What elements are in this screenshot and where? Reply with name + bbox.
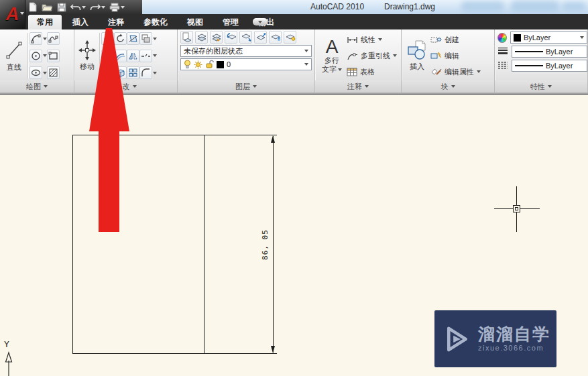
mtext-button[interactable]: A 多行 文字: [317, 31, 347, 80]
multileader-button[interactable]: 多重引线: [347, 48, 397, 63]
layer-properties-icon[interactable]: [180, 31, 193, 44]
copy-dropdown-icon[interactable]: [153, 38, 157, 40]
mtext-label-2: 文字: [322, 66, 337, 73]
lineweight-sample: [515, 51, 543, 52]
undo-dropdown-icon[interactable]: [82, 6, 86, 9]
linear-dropdown-icon[interactable]: [378, 38, 382, 41]
break-icon[interactable]: [139, 50, 152, 62]
layer-state-dropdown[interactable]: 未保存的图层状态: [180, 45, 312, 57]
rotate-icon[interactable]: [114, 32, 127, 45]
panel-annotate: A 多行 文字 线性 多重引线: [315, 29, 402, 92]
linetype-sample: [515, 65, 543, 66]
circle-icon[interactable]: [30, 50, 42, 62]
panel-expand-icon: [451, 85, 455, 88]
tab-parametric[interactable]: 参数化: [135, 15, 176, 29]
autocad-logo-icon: A: [6, 5, 19, 23]
drawn-rectangle[interactable]: [72, 135, 204, 354]
stretch-icon[interactable]: [101, 66, 114, 79]
ribbon-minimize-button[interactable]: [253, 18, 268, 25]
layer-off-icon[interactable]: [284, 31, 296, 44]
extrude-icon[interactable]: [114, 66, 127, 79]
layer-stack-icon[interactable]: [195, 31, 208, 44]
layer-name: 0: [227, 60, 231, 68]
redo-icon[interactable]: [90, 3, 105, 11]
panel-expand-icon: [548, 85, 552, 88]
layer-isolate-icon[interactable]: [239, 31, 252, 44]
layer-set-current-icon[interactable]: [210, 31, 223, 44]
dimension-extension-line-top: [204, 135, 277, 135]
redo-dropdown-icon[interactable]: [101, 6, 105, 9]
move-button[interactable]: 移动: [76, 31, 98, 80]
ellipse-icon[interactable]: [30, 66, 42, 79]
watermark-badge: 溜溜自学 zixue.3066.com: [434, 310, 556, 367]
array-icon[interactable]: [127, 66, 139, 79]
infocenter-blur: [511, 1, 559, 12]
tab-manage[interactable]: 管理: [214, 15, 247, 29]
edit-attributes-button[interactable]: 编辑属性: [430, 64, 481, 79]
tab-insert[interactable]: 插入: [64, 15, 97, 29]
offset-icon[interactable]: [114, 50, 127, 62]
panel-expand-icon: [253, 85, 257, 88]
scale-icon[interactable]: [101, 50, 114, 62]
panel-properties-label[interactable]: 特性: [495, 80, 587, 92]
layer-unlock-icon[interactable]: [205, 60, 214, 69]
copy-icon[interactable]: [139, 32, 152, 45]
edit-attributes-dropdown-icon[interactable]: [477, 70, 481, 73]
fillet-icon[interactable]: [139, 66, 152, 79]
break-dropdown-icon[interactable]: [153, 54, 157, 57]
mtext-label-1: 多行: [325, 57, 339, 64]
app-menu-button[interactable]: A: [0, 0, 25, 29]
insert-block-button[interactable]: 插入: [404, 31, 430, 80]
lineweight-dropdown[interactable]: ByLayer: [512, 46, 587, 58]
rectangle-icon[interactable]: [47, 50, 60, 62]
tab-home[interactable]: 常用: [28, 15, 62, 29]
move-icon: [78, 40, 96, 60]
dimension-line: [273, 136, 274, 353]
fillet-dropdown-icon[interactable]: [153, 72, 157, 74]
panel-layers-label[interactable]: 图层: [178, 80, 314, 92]
trim-icon[interactable]: [127, 32, 139, 45]
panel-block-label[interactable]: 块: [402, 80, 494, 92]
line-icon: [4, 40, 24, 61]
erase-icon[interactable]: [101, 32, 114, 45]
hatch-icon[interactable]: [47, 66, 60, 79]
arc-icon[interactable]: [30, 32, 42, 45]
tab-view[interactable]: 视图: [178, 15, 212, 29]
linetype-dropdown[interactable]: ByLayer: [512, 60, 587, 72]
color-wheel-icon[interactable]: [497, 33, 507, 43]
ribbon-tab-bar: 常用 插入 注释 参数化 视图 管理 输出: [0, 14, 588, 29]
line-button[interactable]: 直线: [2, 31, 26, 80]
panel-modify-label[interactable]: 修改: [74, 80, 177, 92]
new-file-icon[interactable]: [28, 2, 38, 12]
linetype-icon[interactable]: [497, 61, 508, 70]
edit-block-button[interactable]: 编辑: [430, 48, 481, 63]
layer-on-icon[interactable]: [184, 60, 191, 69]
panel-modify: 移动: [74, 29, 178, 92]
watermark-url: zixue.3066.com: [478, 344, 544, 352]
layer-dropdown[interactable]: 0: [180, 58, 312, 70]
panel-expand-icon: [365, 85, 369, 88]
panel-layers: 未保存的图层状态 0 图层: [178, 29, 315, 92]
print-icon[interactable]: [109, 3, 125, 12]
panel-draw-label[interactable]: 绘图: [0, 80, 74, 92]
layer-previous-icon[interactable]: [225, 31, 237, 44]
lineweight-icon[interactable]: [497, 47, 508, 56]
table-button[interactable]: 表格: [347, 64, 397, 79]
layer-freeze-icon[interactable]: [269, 31, 282, 44]
layer-unisolate-icon[interactable]: [254, 31, 267, 44]
layer-thaw-icon[interactable]: [194, 60, 202, 69]
object-color-dropdown[interactable]: ByLayer: [510, 32, 587, 44]
undo-icon[interactable]: [70, 3, 86, 11]
app-menu-dropdown-icon: [20, 12, 24, 15]
create-block-button[interactable]: 创建: [430, 32, 481, 47]
document-title: Drawing1.dwg: [384, 2, 435, 11]
linear-dimension-button[interactable]: 线性: [347, 32, 397, 47]
open-folder-icon[interactable]: [42, 3, 53, 11]
save-icon[interactable]: [57, 3, 66, 12]
panel-annotate-label[interactable]: 注释: [315, 80, 401, 92]
multileader-dropdown-icon[interactable]: [393, 54, 397, 57]
mirror-icon[interactable]: [127, 50, 139, 62]
tab-annotate[interactable]: 注释: [99, 15, 133, 29]
print-dropdown-icon[interactable]: [121, 6, 125, 9]
polyline-icon[interactable]: [47, 32, 60, 45]
